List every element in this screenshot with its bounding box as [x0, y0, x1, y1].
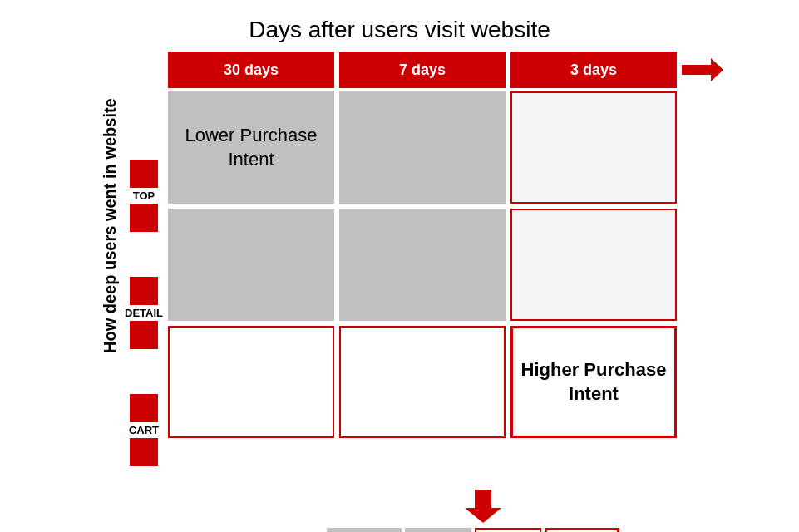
cell-text-top-30: Lower Purchase Intent: [168, 124, 334, 171]
table-row: Lower Purchase Intent: [168, 91, 723, 204]
red-square-detail-2: [130, 321, 158, 349]
row-label-text-cart: CART: [129, 424, 159, 436]
header-7-days: 7 days: [339, 52, 506, 88]
outer-wrapper: How deep users went in website TOP DETAI…: [76, 52, 723, 486]
row-label-text-top: TOP: [133, 190, 155, 202]
down-arrow-container: [298, 490, 501, 523]
cell-detail-3: [510, 209, 677, 321]
row-labels-wrapper: TOP DETAIL CART: [125, 52, 163, 486]
page-title: Days after users visit website: [249, 17, 550, 43]
svg-marker-1: [465, 490, 501, 523]
row-label-text-detail: DETAIL: [125, 307, 163, 319]
red-square-detail-1: [130, 277, 158, 305]
right-arrow-icon: [682, 52, 723, 88]
red-square-cart-1: [130, 394, 158, 422]
down-arrow-icon: [465, 490, 501, 523]
cell-cart-3-highlight: Higher Purchase Intent: [510, 326, 677, 438]
cell-top-7: [339, 91, 506, 204]
legend-container: Low High: [117, 528, 683, 532]
red-square-top-2: [130, 204, 158, 232]
y-axis-label: How deep users went in website: [101, 52, 120, 401]
cell-text-cart-3: Higher Purchase Intent: [513, 358, 674, 406]
cell-cart-7: [339, 326, 506, 438]
row-label-top: TOP: [125, 140, 163, 252]
cell-detail-7: [339, 209, 506, 321]
legend-box-gray-1: [327, 528, 402, 532]
cell-top-30: Lower Purchase Intent: [168, 91, 334, 204]
row-label-detail: DETAIL: [125, 257, 163, 369]
table-row: [168, 209, 723, 321]
main-container: Days after users visit website How deep …: [0, 0, 799, 532]
header-3-days: 3 days: [510, 52, 677, 88]
legend-box-white-2: [545, 528, 619, 532]
cell-detail-30: [168, 209, 334, 321]
red-square-cart-2: [130, 438, 158, 466]
data-rows: Lower Purchase Intent: [168, 91, 723, 438]
grid-area: 30 days 7 days 3 days Lower Purchase Int…: [168, 52, 723, 438]
header-right-arrow: [682, 52, 723, 88]
svg-marker-0: [682, 58, 723, 81]
table-row: Higher Purchase Intent: [168, 326, 723, 438]
header-30-days: 30 days: [168, 52, 334, 88]
header-row: 30 days 7 days 3 days: [168, 52, 723, 88]
legend-box-white-1: [475, 528, 541, 532]
row-label-cart: CART: [125, 374, 163, 486]
red-square-top-1: [130, 160, 158, 188]
cell-top-3: [510, 91, 677, 204]
legend-box-gray-2: [405, 528, 471, 532]
cell-cart-30: [168, 326, 334, 438]
left-axis: How deep users went in website: [101, 52, 125, 401]
